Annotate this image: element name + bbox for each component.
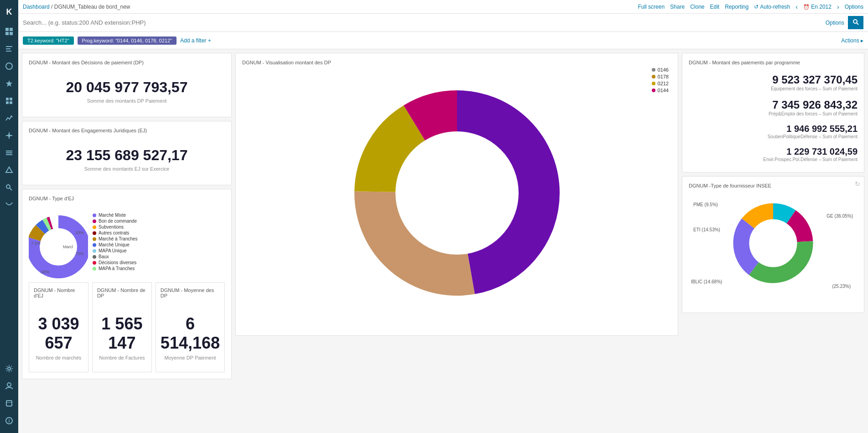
filter-tag-2[interactable]: Prog.keyword: "0144, 0146, 0178, 0212" [78, 37, 177, 45]
widget-nombre-ej: DGNUM - Nombre d'EJ 3 039 657 Nombre de … [29, 282, 88, 372]
moyenne-dp-subtitle: Moyenne DP Paiement [161, 355, 220, 367]
legend-dot-decisions-diverses [93, 261, 96, 265]
legend-item-marche-tranches: Marché à Tranches [93, 236, 138, 241]
legend-dot-0144 [652, 89, 655, 92]
widget-vis-dp-title: DGNUM - Visualisation montant des DP [242, 60, 671, 65]
sidebar-item-maps[interactable] [1, 93, 17, 109]
nombre-dp-subtitle: Nombre de Factures [97, 355, 147, 367]
legend-label-baux: Baux [99, 254, 109, 259]
sidebar-item-star[interactable] [1, 75, 17, 92]
widget-ej-montant: DGNUM - Montant des Engagements Juridiqu… [22, 121, 232, 185]
svg-point-26 [8, 367, 10, 370]
amount-value-2: 1 946 992 555,21 [689, 124, 858, 134]
logo[interactable]: K [1, 4, 17, 19]
legend-label-autres-contrats: Autres contrats [99, 230, 129, 235]
sidebar-item-discover[interactable] [1, 41, 17, 57]
legend-dot-autres-contrats [93, 231, 96, 235]
pme-label: PME (9.5%) [693, 202, 718, 207]
type-ej-chart: 7.1% .33% .72% .09% Marcl [29, 206, 88, 279]
svg-text:.33%: .33% [74, 230, 84, 235]
widget-dp-montant-title: DGNUM - Montant des Décisions de paiemen… [29, 60, 225, 65]
widget-fournisseur-insee-title: DGNUM -Type de fournisseur INSEE [689, 183, 858, 188]
widget-nombre-dp: DGNUM - Nombre de DP 1 565 147 Nombre de… [92, 282, 152, 372]
svg-rect-20 [6, 151, 12, 151]
ej-montant-value: 23 155 689 527,17 [29, 138, 225, 166]
widget-refresh-icon[interactable]: ↻ [855, 180, 860, 188]
widget-moyenne-dp: DGNUM - Moyenne des DP 6 514,168 Moyenne… [156, 282, 225, 372]
legend-label-0146: 0146 [658, 67, 669, 73]
svg-rect-3 [10, 28, 13, 31]
widget-nombre-ej-title: DGNUM - Nombre d'EJ [34, 287, 83, 298]
sidebar-item-graph[interactable] [1, 127, 17, 144]
reporting-button[interactable]: Reporting [725, 4, 748, 10]
right-column: DGNUM - Montant des paiements par progra… [682, 53, 864, 379]
sidebar-item-devtools[interactable] [1, 179, 17, 196]
options-button[interactable]: Options [845, 4, 863, 10]
bottom-panels: DGNUM - Nombre d'EJ 3 039 657 Nombre de … [29, 282, 225, 372]
legend-label-0212: 0212 [658, 81, 669, 86]
svg-rect-6 [6, 46, 12, 47]
eti-label: ETI (14.53%) [693, 227, 720, 232]
sidebar-item-timelion[interactable] [1, 110, 17, 126]
legend-dot-subventions [93, 225, 96, 229]
amount-value-1: 7 345 926 843,32 [689, 99, 858, 111]
insee-chart-container: PME (9.5%) ETI (14.53%) GE (36.05%) IBLI… [689, 193, 858, 293]
legend-dot-0212 [652, 82, 655, 85]
actions-button[interactable]: Actions ▸ [841, 37, 863, 44]
legend-item-subventions: Subventions [93, 224, 138, 230]
svg-line-33 [857, 23, 858, 25]
breadcrumb-dashboard[interactable]: Dashboard [23, 4, 50, 10]
widget-moyenne-dp-title: DGNUM - Moyenne des DP [161, 287, 220, 298]
add-filter-button[interactable]: Add a filter + [180, 37, 211, 44]
year-display: ⏰ En 2012 [803, 4, 832, 10]
search-bar: Options [18, 14, 868, 32]
legend-label-marche-mixte: Marché Mixte [99, 213, 126, 218]
amount-group-3: 1 229 731 024,59 Envir.Prospec.Pol.Défen… [689, 143, 858, 166]
ge-label: GE (36.05%) [826, 214, 853, 219]
svg-text:7.1%: 7.1% [31, 241, 41, 245]
legend-label-marche-tranches: Marché à Tranches [99, 236, 138, 241]
sidebar-item-dashboard[interactable] [1, 23, 17, 40]
svg-rect-12 [10, 98, 12, 100]
pct-label: (25.23%) [832, 284, 851, 289]
sidebar-item-visualize[interactable] [1, 58, 17, 74]
edit-button[interactable]: Edit [710, 4, 719, 10]
legend-label-subventions: Subventions [99, 224, 124, 230]
auto-refresh-button[interactable]: ↺Auto-refresh [754, 4, 790, 10]
sidebar-item-list[interactable] [1, 145, 17, 161]
vis-dp-donut [348, 83, 567, 303]
svg-text:K: K [6, 7, 12, 16]
search-button[interactable] [848, 16, 863, 29]
legend-dot-marche-mixte [93, 214, 96, 217]
sidebar-item-monitor[interactable] [1, 197, 17, 213]
svg-rect-11 [6, 98, 9, 100]
svg-point-15 [8, 134, 10, 137]
legend-dot-bon-commande [93, 219, 96, 223]
sidebar-item-settings[interactable] [1, 360, 17, 377]
sidebar-item-user[interactable] [1, 378, 17, 390]
next-period-button[interactable]: › [837, 3, 839, 10]
nombre-ej-value: 3 039 657 [34, 303, 83, 355]
full-screen-button[interactable]: Full screen [638, 4, 665, 10]
svg-point-27 [7, 383, 11, 386]
legend-dot-baux [93, 255, 96, 259]
share-button[interactable]: Share [670, 4, 685, 10]
legend-item-0212: 0212 [652, 81, 669, 86]
breadcrumb: Dashboard / DGNUM_Tableau de bord_new [23, 4, 130, 10]
search-input[interactable] [23, 19, 826, 26]
prev-period-button[interactable]: ‹ [795, 3, 798, 10]
main-content: Dashboard / DGNUM_Tableau de bord_new Fu… [18, 0, 868, 390]
clone-button[interactable]: Clone [690, 4, 704, 10]
legend-label-decisions-diverses: Décisions diverses [99, 260, 136, 265]
sidebar-item-apm[interactable] [1, 162, 17, 178]
type-ej-legend: Marché Mixte Bon de commande Subventions [93, 213, 138, 272]
svg-rect-22 [6, 154, 12, 155]
widget-nombre-dp-title: DGNUM - Nombre de DP [97, 287, 147, 298]
amount-value-3: 1 229 731 024,59 [689, 146, 858, 157]
options-link[interactable]: Options [826, 20, 844, 26]
legend-dot-0178 [652, 75, 655, 78]
legend-item-marche-unique: Marché Unique [93, 242, 138, 247]
filter-tag-1[interactable]: T2.keyword: "HT2" [23, 37, 74, 45]
svg-text:.72%: .72% [74, 251, 84, 256]
vis-dp-chart-container [242, 70, 671, 316]
